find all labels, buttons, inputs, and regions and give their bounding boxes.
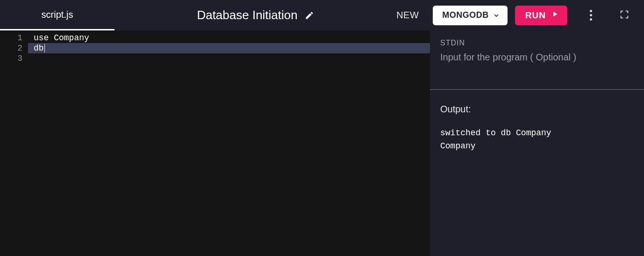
line-number: 2 bbox=[0, 43, 22, 53]
fullscreen-icon bbox=[619, 9, 630, 22]
title-wrap: Database Initiation bbox=[114, 8, 396, 22]
fullscreen-button[interactable] bbox=[614, 5, 635, 26]
run-button[interactable]: RUN bbox=[515, 6, 567, 25]
text-cursor bbox=[44, 44, 45, 52]
line-number: 3 bbox=[0, 53, 22, 64]
app-header: script.js Database Initiation NEW MONGOD… bbox=[0, 0, 644, 30]
new-button[interactable]: NEW bbox=[396, 10, 419, 21]
stdin-input[interactable] bbox=[440, 52, 634, 85]
language-select[interactable]: MONGODB bbox=[433, 6, 508, 25]
more-menu-button[interactable] bbox=[580, 5, 601, 26]
io-panel: STDIN Output: switched to db Company Com… bbox=[430, 30, 644, 256]
code-editor[interactable]: 123 use Companydb bbox=[0, 30, 430, 256]
code-line[interactable]: use Company bbox=[34, 33, 430, 43]
file-tab[interactable]: script.js bbox=[0, 0, 114, 30]
code-line[interactable]: db bbox=[28, 43, 430, 53]
stdin-label: STDIN bbox=[440, 39, 634, 47]
project-title: Database Initiation bbox=[197, 8, 297, 22]
code-line[interactable] bbox=[34, 53, 430, 64]
language-label: MONGODB bbox=[442, 10, 489, 20]
run-label: RUN bbox=[525, 10, 546, 21]
line-number: 1 bbox=[0, 33, 22, 43]
kebab-icon bbox=[590, 10, 592, 21]
edit-title-icon[interactable] bbox=[305, 11, 314, 20]
line-gutter: 123 bbox=[0, 30, 28, 256]
play-icon bbox=[551, 10, 559, 21]
app-body: 123 use Companydb STDIN Output: switched… bbox=[0, 30, 644, 256]
panel-divider bbox=[430, 89, 644, 90]
output-label: Output: bbox=[440, 104, 634, 115]
code-area[interactable]: use Companydb bbox=[28, 30, 430, 256]
output-content: switched to db Company Company bbox=[440, 126, 634, 153]
chevron-down-icon bbox=[493, 12, 500, 19]
file-tab-label: script.js bbox=[42, 9, 73, 20]
